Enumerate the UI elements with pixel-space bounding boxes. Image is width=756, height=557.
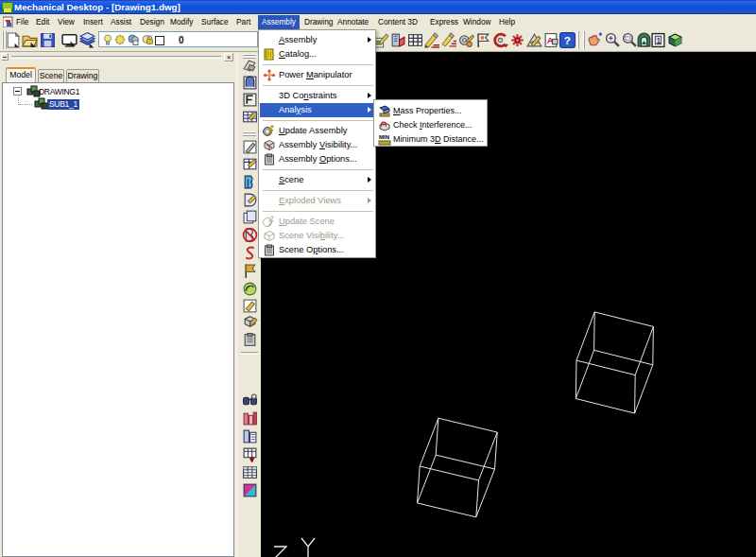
svg-text:?: ? — [564, 34, 571, 46]
svg-text:1: 1 — [657, 36, 662, 45]
svg-text:MIN: MIN — [379, 134, 389, 140]
